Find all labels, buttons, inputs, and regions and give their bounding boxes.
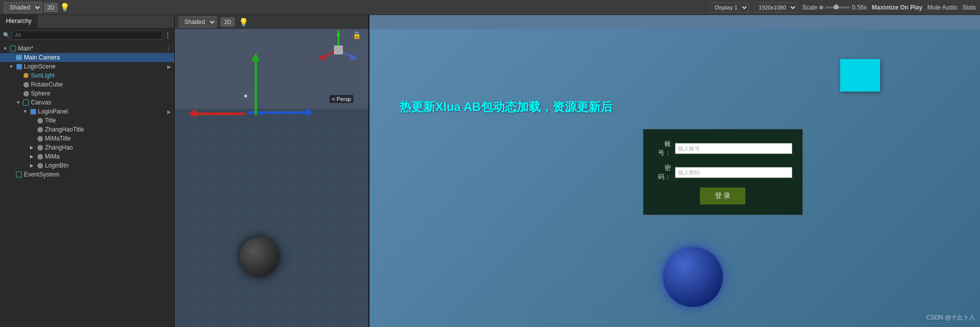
scene-2d-btn[interactable]: 2D <box>221 18 235 26</box>
icon-login-scene <box>15 63 22 70</box>
label-login-scene: LoginScene <box>24 63 55 70</box>
arrow-canvas: ▼ <box>16 100 21 105</box>
arrow-mima: ▶ <box>30 154 35 159</box>
label-rotate-cube: RotateCube <box>31 81 63 88</box>
icon-login-panel <box>29 108 36 115</box>
label-main: Main* <box>18 45 33 52</box>
btn-2d[interactable]: 2D <box>44 3 58 12</box>
panel-header-tabs: Hierarchy <box>0 15 174 28</box>
scene-lock-icon: 🔒 <box>352 31 361 39</box>
login-password-row: 密码： <box>653 164 792 182</box>
tree-item-zhanghao[interactable]: ▶ ZhangHao <box>0 143 174 152</box>
tree-item-login-panel[interactable]: ▼ LoginPanel ▶ <box>0 107 174 116</box>
username-input[interactable] <box>675 143 792 154</box>
tree-item-main-camera[interactable]: Main Camera <box>0 53 174 62</box>
tree-item-main[interactable]: ▼ Main* ⋮ <box>0 44 174 53</box>
login-panel-expand: ▶ <box>167 109 171 114</box>
scene-view[interactable]: Shaded 2D 💡 <box>175 15 369 327</box>
icon-title <box>36 117 43 124</box>
game-cyan-box <box>840 59 880 92</box>
password-label: 密码： <box>653 164 671 182</box>
mute-btn[interactable]: Mute Audio <box>928 4 958 11</box>
tree-item-zhanghao-title[interactable]: ZhangHaoTitle <box>0 125 174 134</box>
light-icon: 💡 <box>60 2 70 12</box>
icon-sphere <box>22 90 29 97</box>
arrow-pivot <box>245 95 247 97</box>
toolbar-right: Display 1 1920x1080 Scale 0.56x Maximize… <box>710 2 976 12</box>
label-zhanghao-title: ZhangHaoTitle <box>45 126 84 133</box>
maximize-btn[interactable]: Maximize On Play <box>872 4 922 11</box>
scale-value: 0.56x <box>852 4 867 11</box>
scene-shaded-dropdown[interactable]: Shaded <box>179 16 217 28</box>
icon-event-system <box>15 171 22 178</box>
label-main-camera: Main Camera <box>24 54 60 61</box>
game-sphere <box>663 247 723 307</box>
shaded-dropdown[interactable]: Shaded <box>4 2 42 13</box>
arrow-green <box>255 60 257 115</box>
label-canvas: Canvas <box>31 99 51 106</box>
game-view[interactable]: 热更新Xlua AB包动态加载，资源更新后 账号： 密码： 登 录 <box>369 15 980 327</box>
label-login-btn: LoginBtn <box>45 162 68 169</box>
svg-text:z: z <box>354 54 357 58</box>
tree-item-title[interactable]: Title <box>0 116 174 125</box>
label-title: Title <box>45 117 56 124</box>
svg-rect-6 <box>334 46 342 54</box>
scene-light-icon: 💡 <box>239 18 249 27</box>
search-input[interactable] <box>12 30 162 40</box>
login-button[interactable]: 登 录 <box>700 188 746 204</box>
icon-camera <box>15 54 22 61</box>
icon-canvas <box>22 99 29 106</box>
icon-login-btn <box>36 162 43 169</box>
icon-mima <box>36 153 43 160</box>
icon-zhanghao-title <box>36 126 43 133</box>
arrow-login-btn: ▶ <box>30 163 35 168</box>
arrow-login-panel: ▼ <box>23 109 28 114</box>
scale-slider-thumb <box>834 4 839 10</box>
icon-rotate-cube <box>22 81 29 88</box>
tree-item-canvas[interactable]: ▼ Canvas <box>0 98 174 107</box>
username-label: 账号： <box>653 140 671 158</box>
search-icon: 🔍 <box>3 32 10 38</box>
scene-persp-label: < Persp <box>329 95 353 103</box>
toolbar-left: Shaded 2D 💡 <box>4 2 70 13</box>
label-zhanghao: ZhangHao <box>45 144 73 151</box>
center-area: Shaded 2D 💡 <box>175 15 980 327</box>
tree-item-sunlight[interactable]: SunLight <box>0 71 174 80</box>
search-bar: 🔍 ⋮ <box>0 28 174 42</box>
tree-item-mima-title[interactable]: MiMaTitle <box>0 134 174 143</box>
label-sphere: Sphere <box>31 90 50 97</box>
scene-toolbar: Shaded 2D 💡 <box>175 15 368 29</box>
label-event-system: EventSystem <box>24 171 59 178</box>
label-mima-title: MiMaTitle <box>45 135 71 142</box>
scene-grid <box>175 108 368 327</box>
hierarchy-tab[interactable]: Hierarchy <box>0 15 38 28</box>
more-icon[interactable]: ⋮ <box>164 31 171 39</box>
label-sunlight: SunLight <box>31 72 54 79</box>
icon-sunlight <box>22 72 29 79</box>
scale-label: Scale <box>802 4 817 11</box>
icon-zhanghao <box>36 144 43 151</box>
tree-item-event-system[interactable]: EventSystem <box>0 170 174 179</box>
password-input[interactable] <box>675 167 792 178</box>
main-more[interactable]: ⋮ <box>165 45 171 52</box>
scale-slider[interactable] <box>825 6 850 8</box>
stats-btn[interactable]: Stats <box>963 4 976 11</box>
tree-item-sphere[interactable]: Sphere <box>0 89 174 98</box>
display-select[interactable]: Display 1 <box>710 2 749 12</box>
top-toolbar: Shaded 2D 💡 Display 1 1920x1080 Scale 0.… <box>0 0 980 15</box>
resolution-select[interactable]: 1920x1080 <box>754 2 797 12</box>
svg-text:y: y <box>337 30 339 34</box>
scene-sphere-object <box>240 237 280 277</box>
scale-dot <box>819 6 823 10</box>
scale-row: Scale 0.56x <box>802 4 867 11</box>
label-login-panel: LoginPanel <box>38 108 68 115</box>
tree-item-login-btn[interactable]: ▶ LoginBtn <box>0 161 174 170</box>
tree-item-rotate-cube[interactable]: RotateCube <box>0 80 174 89</box>
tree-item-login-scene[interactable]: ▼ LoginScene ▶ <box>0 62 174 71</box>
watermark: CSDN @十幺卜入 <box>926 314 975 322</box>
game-login-panel: 账号： 密码： 登 录 <box>643 129 803 215</box>
login-scene-arrow: ▶ <box>167 64 171 70</box>
arrow-red <box>195 112 245 115</box>
tree-item-mima[interactable]: ▶ MiMa <box>0 152 174 161</box>
arrow-zhanghao: ▶ <box>30 145 35 150</box>
